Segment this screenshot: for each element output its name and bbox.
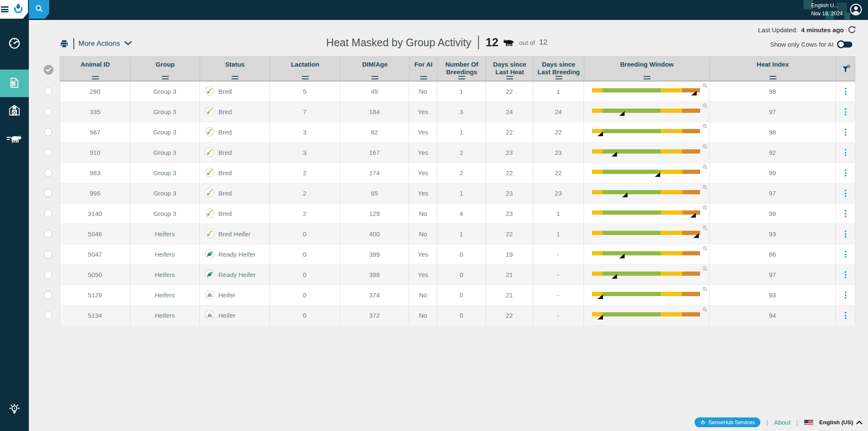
print-icon[interactable]	[59, 39, 69, 49]
sidebar-item-reports[interactable]	[0, 70, 29, 97]
cell-breeding-window	[584, 244, 709, 264]
column-header-status[interactable]: Status	[200, 57, 270, 82]
about-link[interactable]: About	[774, 419, 790, 426]
cell-days-since-heat: 23	[486, 143, 533, 162]
row-menu-kebab-icon[interactable]	[843, 290, 848, 300]
column-label: DIM/Age	[362, 61, 388, 68]
show-only-cows-toggle[interactable]	[838, 42, 852, 48]
sidebar-item-insights[interactable]	[0, 397, 29, 424]
row-menu-kebab-icon[interactable]	[843, 86, 848, 97]
magnifier-zoom-icon[interactable]	[702, 266, 708, 273]
magnifier-zoom-icon[interactable]	[702, 225, 708, 232]
profile-icon[interactable]	[850, 3, 862, 17]
magnifier-zoom-icon[interactable]	[702, 164, 708, 171]
breeding-window-bar	[592, 312, 700, 316]
cell-animal-id: 335	[60, 102, 130, 122]
row-select-radio[interactable]	[44, 271, 52, 279]
row-select-radio[interactable]	[44, 87, 52, 95]
magnifier-zoom-icon[interactable]	[702, 184, 708, 191]
chevron-down-icon[interactable]	[124, 40, 132, 48]
header-language: English U...	[811, 2, 843, 10]
cell-lactation: 0	[270, 244, 340, 264]
column-label: Status	[225, 61, 245, 68]
row-menu-kebab-icon[interactable]	[843, 127, 848, 137]
row-menu-kebab-icon[interactable]	[843, 168, 848, 178]
column-header-days-since-last-breeding[interactable]: Days since Last Breeding	[533, 57, 584, 82]
column-filter-icon[interactable]	[371, 76, 378, 79]
row-select-radio[interactable]	[44, 189, 52, 197]
cell-dim-age: 174	[340, 163, 409, 183]
column-filter-icon[interactable]	[458, 76, 465, 79]
refresh-icon[interactable]	[847, 25, 857, 34]
header-language-date[interactable]: English U... Nov 18, 2024	[811, 2, 843, 18]
sensehub-services-button[interactable]: SenseHub Services	[695, 417, 760, 427]
row-menu-kebab-icon[interactable]	[843, 229, 848, 239]
row-menu-kebab-icon[interactable]	[843, 147, 848, 158]
column-header-group[interactable]: Group	[131, 57, 200, 82]
cell-days-since-heat: 22	[486, 81, 533, 101]
sperm-icon	[205, 188, 215, 199]
magnifier-zoom-icon[interactable]	[702, 123, 708, 130]
sensehub-logo-icon[interactable]	[12, 2, 25, 17]
column-header-animal-id[interactable]: Animal ID	[60, 57, 131, 82]
cell-group: Group 3	[130, 143, 200, 162]
more-actions-button[interactable]: More Actions	[78, 39, 120, 48]
row-menu-kebab-icon[interactable]	[843, 249, 848, 260]
column-filter-icon[interactable]	[302, 76, 309, 79]
sidebar-item-dashboard[interactable]	[0, 31, 29, 58]
row-select-radio[interactable]	[44, 210, 52, 218]
column-header-days-since-last-heat[interactable]: Days since Last Heat	[486, 57, 533, 82]
cell-for-ai: Yes	[409, 265, 437, 285]
column-filter-icon[interactable]	[232, 76, 238, 79]
column-header-lactation[interactable]: Lactation	[270, 57, 341, 82]
row-select-radio[interactable]	[44, 108, 52, 116]
row-menu-kebab-icon[interactable]	[843, 310, 848, 321]
table-row: 3140Group 3Bred2129No423199	[60, 204, 855, 224]
cell-breeding-window	[584, 285, 709, 305]
sidebar-nav	[0, 20, 29, 431]
column-header-heat-index[interactable]: Heat Index	[710, 57, 836, 82]
magnifier-zoom-icon[interactable]	[702, 103, 708, 110]
magnifier-zoom-icon[interactable]	[702, 306, 708, 313]
breeding-window-bar	[592, 271, 700, 276]
column-filter-icon[interactable]	[92, 76, 99, 79]
row-select-radio[interactable]	[44, 230, 52, 238]
row-menu-kebab-icon[interactable]	[843, 269, 848, 280]
row-select-radio[interactable]	[44, 250, 52, 258]
sidebar-item-farm[interactable]	[0, 98, 29, 125]
column-label: Heat Index	[757, 61, 789, 68]
search-button[interactable]	[29, 0, 49, 19]
magnifier-zoom-icon[interactable]	[702, 82, 708, 90]
sidebar-item-settings[interactable]	[0, 424, 29, 431]
magnifier-zoom-icon[interactable]	[702, 204, 708, 212]
row-select-radio[interactable]	[44, 169, 52, 177]
column-filter-icon[interactable]	[162, 76, 169, 79]
magnifier-zoom-icon[interactable]	[702, 245, 708, 252]
row-menu-kebab-icon[interactable]	[843, 208, 848, 219]
column-filter-icon[interactable]	[420, 76, 427, 79]
select-all-check[interactable]	[44, 65, 53, 75]
cell-days-since-heat: 24	[486, 102, 533, 122]
row-menu-kebab-icon[interactable]	[843, 106, 848, 117]
magnifier-zoom-icon[interactable]	[702, 286, 708, 293]
column-filter-icon[interactable]	[506, 76, 513, 79]
row-select-radio[interactable]	[44, 311, 52, 319]
magnifier-zoom-icon[interactable]	[702, 143, 708, 151]
row-select-radio[interactable]	[44, 148, 52, 157]
column-header-filter[interactable]	[836, 57, 856, 82]
column-filter-icon[interactable]	[644, 76, 650, 79]
row-select-radio[interactable]	[44, 128, 52, 136]
row-select-radio[interactable]	[44, 291, 52, 299]
rocket-icon	[205, 249, 215, 260]
row-menu-kebab-icon[interactable]	[843, 188, 848, 199]
column-filter-icon[interactable]	[555, 76, 562, 79]
column-header-breeding-window[interactable]: Breeding Window	[584, 57, 710, 82]
filter-funnel-icon[interactable]	[841, 64, 851, 76]
sidebar-item-sorting[interactable]	[0, 126, 29, 153]
language-selector[interactable]: English (US)	[819, 419, 862, 425]
column-filter-icon[interactable]	[770, 76, 776, 79]
column-header-dim-age[interactable]: DIM/Age	[341, 57, 410, 82]
menu-hamburger-icon[interactable]	[1, 6, 8, 12]
column-header-number-of-breedings[interactable]: Number Of Breedings	[438, 57, 486, 82]
column-header-for-ai[interactable]: For AI	[410, 57, 438, 82]
